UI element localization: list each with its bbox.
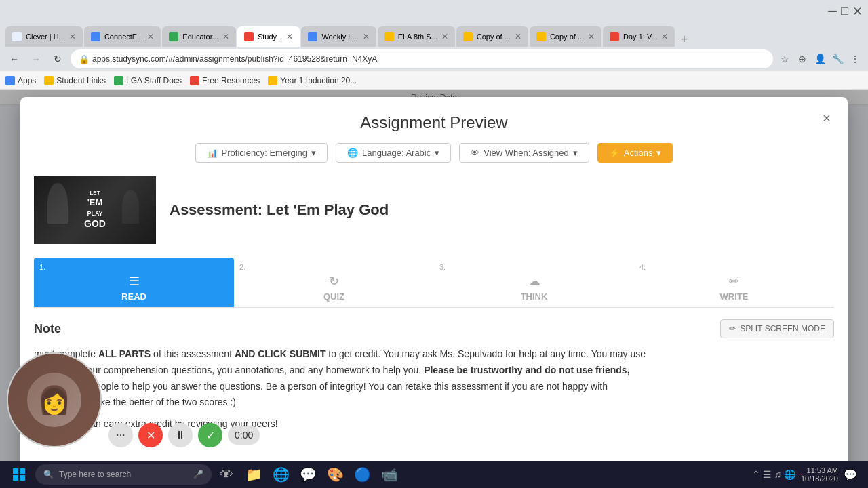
address-input[interactable]: 🔒 apps.studysync.com/#/admin/assignments… [71,49,773,68]
assignment-header-area: LET 'EM PLAY GOD Assessment: Let 'Em Pla… [20,176,848,319]
extension-icon[interactable]: 🔧 [830,52,845,66]
tab-clever[interactable]: Clever | H... ✕ [5,26,83,47]
svg-rect-0 [13,468,18,474]
modal-header: Assignment Preview × [20,97,848,143]
bookmark-year1-icon [268,76,277,85]
view-when-dropdown[interactable]: 👁 View When: Assigned ▾ [459,143,589,163]
bookmarks-bar: Apps Student Links LGA Staff Docs Free R… [0,71,868,90]
vc-close-btn[interactable]: ✕ [138,423,163,447]
taskbar-tray: ⌃ ☰ ♬ 🌐 11:53 AM 10/18/2020 💬 [752,466,863,483]
title-bar: ─ □ ✕ [0,0,868,22]
taskbar-edge[interactable]: 🌐 [269,462,293,487]
tab-connecte[interactable]: ConnectE... ✕ [84,26,161,47]
split-screen-btn[interactable]: ✏ SPLIT SCREEN MODE [720,319,834,338]
bookmark-lga-staff[interactable]: LGA Staff Docs [114,76,182,85]
view-chevron-icon: ▾ [573,148,578,158]
language-icon: 🌐 [347,148,358,158]
proficiency-icon: 📊 [207,148,218,158]
proficiency-chevron-icon: ▾ [311,148,316,158]
taskbar-files[interactable]: 📁 [241,462,266,487]
tab-copyof1[interactable]: Copy of ... ✕ [456,26,528,47]
taskbar-app4[interactable]: 🎨 [323,462,347,487]
page-content: Review Date Assignment Preview × 📊 Profi… [0,90,868,488]
windows-icon [12,468,26,481]
mic-icon: 🎤 [193,470,203,479]
modal-title: Assignment Preview [34,113,834,132]
reload-btn[interactable]: ↻ [49,50,66,68]
read-icon: ☰ [129,274,140,289]
video-widget: 👩 [7,352,102,447]
search-icon: 🔍 [43,470,54,479]
bookmark-year1[interactable]: Year 1 Induction 20... [268,76,357,85]
video-controls: ··· ✕ ⏸ ✓ 0:00 [108,423,260,447]
svg-rect-2 [13,475,18,481]
taskbar-chrome[interactable]: 🔵 [350,462,374,487]
tab-write[interactable]: 4. ✏ WRITE [634,258,834,307]
menu-icon[interactable]: ⋮ [848,52,863,66]
notification-icon[interactable]: 💬 [844,468,857,481]
back-btn[interactable]: ← [5,50,23,68]
note-section: Note ✏ SPLIT SCREEN MODE must complete A… [20,319,848,432]
taskbar-search[interactable]: 🔍 Type here to search 🎤 [35,464,212,485]
svg-rect-1 [20,468,25,474]
modal-close-btn[interactable]: × [816,108,837,128]
actions-chevron-icon: ▾ [656,148,661,158]
actions-btn[interactable]: ⚡ Actions ▾ [597,143,673,163]
tab-copyof2[interactable]: Copy of ... ✕ [530,26,601,47]
tab-quiz[interactable]: 2. ↻ QUIZ [234,258,434,307]
tab-studysync[interactable]: Study... ✕ [237,26,300,47]
actions-icon: ⚡ [609,148,620,158]
forward-btn[interactable]: → [27,50,45,68]
tab-educator[interactable]: Educator... ✕ [162,26,236,47]
tab-weekly[interactable]: Weekly L... ✕ [301,26,376,47]
note-text: must complete ALL PARTS of this assessme… [34,346,834,432]
taskbar: 🔍 Type here to search 🎤 👁 📁 🌐 💬 🎨 🔵 📹 ⌃ … [0,461,868,488]
address-bar: ← → ↻ 🔒 apps.studysync.com/#/admin/assig… [0,47,868,71]
language-chevron-icon: ▾ [435,148,439,158]
bookmark-free-icon [190,76,199,85]
taskbar-zoom[interactable]: 📹 [377,462,401,487]
start-btn[interactable] [5,462,33,487]
language-dropdown[interactable]: 🌐 Language: Arabic ▾ [336,143,451,163]
write-icon: ✏ [729,274,739,289]
bookmark-apps[interactable]: Apps [5,76,36,85]
bookmark-lga-icon [114,76,123,85]
modal-controls: 📊 Proficiency: Emerging ▾ 🌐 Language: Ar… [20,143,848,176]
bookmark-apps-icon [5,76,15,85]
browser-chrome: ─ □ ✕ Clever | H... ✕ ConnectE... ✕ Educ… [0,0,868,90]
new-tab-btn[interactable]: + [676,33,692,47]
assignment-header: LET 'EM PLAY GOD Assessment: Let 'Em Pla… [34,176,834,244]
window-close-btn[interactable]: ✕ [852,4,863,19]
minimize-btn[interactable]: ─ [828,4,837,18]
tab-think[interactable]: 3. ☁ THINK [434,258,634,307]
bookmark-student-links[interactable]: Student Links [44,76,106,85]
vc-timer: 0:00 [228,426,260,445]
maximize-btn[interactable]: □ [841,4,848,18]
tab-day1[interactable]: Day 1: V... ✕ [603,26,675,47]
taskbar-im[interactable]: 💬 [296,462,320,487]
taskbar-clock: 11:53 AM 10/18/2020 [801,466,838,483]
think-icon: ☁ [528,274,540,289]
proficiency-dropdown[interactable]: 📊 Proficiency: Emerging ▾ [195,143,328,163]
bookmark-free-resources[interactable]: Free Resources [190,76,260,85]
bookmark-student-links-icon [44,76,54,85]
zoom-icon[interactable]: ⊕ [795,52,810,66]
pencil-icon: ✏ [729,324,736,333]
vc-dots-btn[interactable]: ··· [108,423,133,447]
vc-check-btn[interactable]: ✓ [198,423,222,447]
tab-read[interactable]: 1. ☰ READ [34,258,234,307]
svg-rect-3 [20,475,25,481]
tabs-row: 1. ☰ READ 2. ↻ QUIZ 3. ☁ THINK [34,258,834,308]
lock-icon: 🔒 [79,54,90,64]
vc-pause-btn[interactable]: ⏸ [168,423,193,447]
quiz-icon: ↻ [329,274,339,289]
taskbar-cortana[interactable]: 👁 [214,462,239,487]
star-icon[interactable]: ☆ [777,52,792,66]
taskbar-apps: 👁 📁 🌐 💬 🎨 🔵 📹 [214,462,749,487]
note-header: Note ✏ SPLIT SCREEN MODE [34,319,834,338]
tab-bar: Clever | H... ✕ ConnectE... ✕ Educator..… [0,22,868,47]
assignment-image: LET 'EM PLAY GOD [34,176,156,244]
tab-ela8th[interactable]: ELA 8th S... ✕ [378,26,455,47]
profile-icon[interactable]: 👤 [812,52,827,66]
tray-icons: ⌃ ☰ ♬ 🌐 [752,469,795,480]
